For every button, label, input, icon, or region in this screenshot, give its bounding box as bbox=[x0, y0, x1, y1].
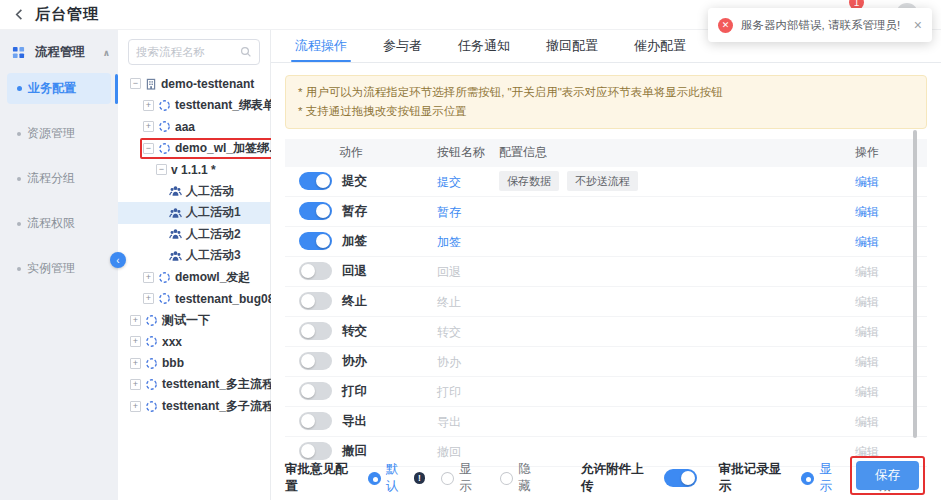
record-option-1[interactable]: 显示 bbox=[801, 461, 844, 495]
table-row: 导出导出编辑 bbox=[285, 407, 927, 437]
sidebar-item-2[interactable]: 资源管理 bbox=[7, 118, 111, 149]
toggle-knob bbox=[301, 414, 315, 428]
tab-3[interactable]: 任务通知 bbox=[458, 30, 510, 62]
tree-node[interactable]: +bbb bbox=[118, 353, 270, 375]
button-name-cell: 加签 bbox=[437, 232, 499, 251]
sidebar-collapse-button[interactable]: ‹ bbox=[110, 252, 126, 268]
search-input[interactable] bbox=[136, 46, 240, 58]
radio-icon[interactable] bbox=[368, 472, 381, 485]
table-scrollbar[interactable] bbox=[913, 130, 917, 438]
action-label: 导出 bbox=[342, 413, 367, 430]
table-row: 打印打印编辑 bbox=[285, 377, 927, 407]
edit-link: 编辑 bbox=[855, 355, 879, 369]
sidebar-item-3[interactable]: 流程分组 bbox=[7, 163, 111, 194]
tree-expander-icon[interactable]: + bbox=[130, 315, 141, 326]
sidebar-item-5[interactable]: 实例管理 bbox=[7, 253, 111, 284]
tree-node[interactable]: +testtenant_bug0828 bbox=[118, 288, 270, 310]
tree-node-label: aaa bbox=[175, 120, 195, 134]
row-toggle[interactable] bbox=[299, 322, 332, 340]
radio-icon[interactable] bbox=[441, 472, 454, 485]
button-name-link[interactable]: 暂存 bbox=[437, 205, 461, 219]
tree-expander-icon[interactable]: − bbox=[156, 164, 167, 175]
tab-4[interactable]: 撤回配置 bbox=[546, 30, 598, 62]
tree-node[interactable]: +xxx bbox=[118, 331, 270, 353]
config-tag: 保存数据 bbox=[499, 171, 559, 191]
tab-2[interactable]: 参与者 bbox=[383, 30, 422, 62]
tree-expander-icon[interactable]: + bbox=[130, 401, 141, 412]
row-toggle[interactable] bbox=[299, 202, 332, 220]
row-toggle[interactable] bbox=[299, 232, 332, 250]
tree-expander-icon[interactable]: + bbox=[130, 336, 141, 347]
tree-node[interactable]: −v 1.1.1 * bbox=[118, 159, 270, 181]
tree-node[interactable]: −demo_wl_加签绑... bbox=[118, 138, 270, 160]
tree-expander-icon[interactable]: + bbox=[143, 100, 154, 111]
tree-node-label: testtenant_绑表单 bbox=[175, 97, 275, 114]
radio-icon[interactable] bbox=[500, 472, 513, 485]
button-name-link[interactable]: 提交 bbox=[437, 175, 461, 189]
row-toggle[interactable] bbox=[299, 262, 332, 280]
tree-expander-icon[interactable]: + bbox=[130, 379, 141, 390]
back-button[interactable] bbox=[12, 7, 27, 22]
tree-node[interactable]: +demowl_发起 bbox=[118, 267, 270, 289]
tree-expander-icon[interactable]: + bbox=[143, 293, 154, 304]
tree-expander-icon[interactable]: + bbox=[143, 121, 154, 132]
action-cell: 转交 bbox=[285, 322, 437, 340]
process-tree: −demo-testtenant+testtenant_绑表单+aaa−demo… bbox=[118, 73, 270, 417]
row-toggle[interactable] bbox=[299, 172, 332, 190]
process-tree-panel: −demo-testtenant+testtenant_绑表单+aaa−demo… bbox=[118, 30, 271, 500]
radio-label: 默认 bbox=[386, 461, 411, 495]
tree-node[interactable]: 人工活动3 bbox=[118, 245, 270, 267]
toggle-knob bbox=[301, 264, 315, 278]
tree-node[interactable]: 人工活动2 bbox=[118, 224, 270, 246]
attachment-upload-toggle[interactable] bbox=[664, 469, 697, 487]
tree-node[interactable]: −demo-testtenant bbox=[118, 73, 270, 95]
action-label: 协办 bbox=[342, 353, 367, 370]
tree-node[interactable]: 人工活动1 bbox=[118, 202, 270, 224]
edit-link[interactable]: 编辑 bbox=[855, 205, 879, 219]
button-name-link[interactable]: 加签 bbox=[437, 235, 461, 249]
opinion-option-2[interactable]: 显示 bbox=[441, 461, 484, 495]
toggle-knob bbox=[301, 444, 315, 458]
tree-node-label: demowl_发起 bbox=[175, 269, 250, 286]
row-toggle[interactable] bbox=[299, 292, 332, 310]
tree-expander-icon[interactable]: + bbox=[143, 272, 154, 283]
tree-node[interactable]: +测试一下 bbox=[118, 310, 270, 332]
error-toast: ✕ 服务器内部错误, 请联系管理员! × bbox=[708, 8, 932, 42]
opinion-option-3[interactable]: 隐藏 bbox=[500, 461, 543, 495]
radio-icon[interactable] bbox=[801, 472, 814, 485]
tree-node[interactable]: +aaa bbox=[118, 116, 270, 138]
people-icon bbox=[169, 250, 182, 262]
opinion-option-1[interactable]: 默认! bbox=[368, 461, 426, 495]
tab-5[interactable]: 催办配置 bbox=[634, 30, 686, 62]
tree-node[interactable]: +testtenant_多子流程 bbox=[118, 396, 270, 418]
sidebar-item-1[interactable]: 业务配置 bbox=[7, 73, 111, 104]
red-annotation-box: −demo_wl_加签绑... bbox=[140, 138, 284, 159]
workflow-grid-icon bbox=[12, 46, 25, 59]
action-label: 暂存 bbox=[342, 203, 367, 220]
cycle-icon bbox=[158, 292, 171, 305]
row-toggle[interactable] bbox=[299, 352, 332, 370]
config-tag: 不抄送流程 bbox=[567, 171, 638, 191]
operation-cell: 编辑 bbox=[827, 232, 927, 251]
tree-node[interactable]: +testtenant_绑表单 bbox=[118, 95, 270, 117]
row-toggle[interactable] bbox=[299, 412, 332, 430]
tab-1[interactable]: 流程操作 bbox=[295, 30, 347, 62]
edit-link[interactable]: 编辑 bbox=[855, 235, 879, 249]
edit-link[interactable]: 编辑 bbox=[855, 175, 879, 189]
info-banner: * 用户可以为流程指定环节选择所需按钮, "开关启用"表示对应环节表单将显示此按… bbox=[285, 75, 927, 129]
save-button[interactable]: 保存 bbox=[856, 461, 919, 490]
tree-expander-icon[interactable]: + bbox=[130, 358, 141, 369]
tree-expander-icon[interactable]: − bbox=[143, 143, 154, 154]
operation-cell: 编辑 bbox=[827, 382, 927, 401]
tree-node[interactable]: 人工活动 bbox=[118, 181, 270, 203]
sidebar-group-process-management[interactable]: 流程管理 ∧ bbox=[0, 38, 118, 71]
sidebar-item-4[interactable]: 流程权限 bbox=[7, 208, 111, 239]
tree-expander-icon[interactable]: − bbox=[130, 78, 141, 89]
toast-close-button[interactable]: × bbox=[914, 18, 922, 32]
row-toggle[interactable] bbox=[299, 382, 332, 400]
row-toggle[interactable] bbox=[299, 442, 332, 460]
tree-node[interactable]: +testtenant_多主流程 bbox=[118, 374, 270, 396]
tree-node-inner: 人工活动 bbox=[169, 183, 234, 200]
action-label: 撤回 bbox=[342, 443, 367, 460]
table-header: 动作按钮名称配置信息操作 bbox=[285, 139, 927, 167]
